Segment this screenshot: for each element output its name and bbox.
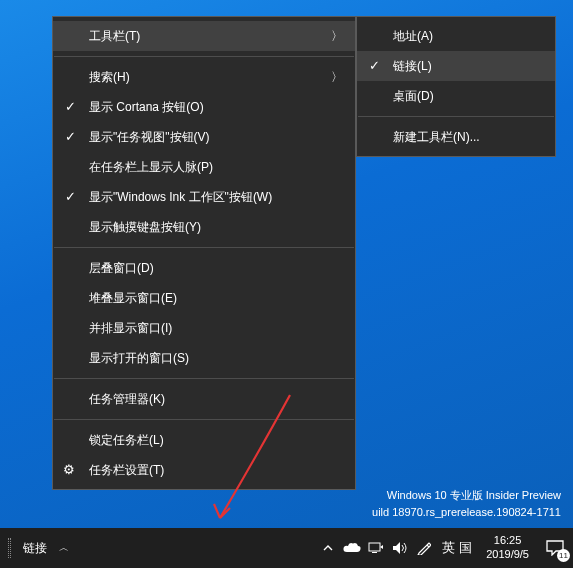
- windows-build-watermark: Windows 10 专业版 Insider Preview uild 1897…: [372, 487, 561, 520]
- check-icon: ✓: [65, 129, 76, 144]
- taskbar[interactable]: 链接 ︿ 英 国 16:25 2019/9/5 11: [0, 528, 573, 568]
- menu-label: 任务栏设置(T): [89, 462, 164, 479]
- menu-label: 堆叠显示窗口(E): [89, 290, 177, 307]
- separator: [54, 378, 354, 379]
- menu-show-desktop[interactable]: 显示打开的窗口(S): [53, 343, 355, 373]
- menu-toolbars[interactable]: 工具栏(T) 〉: [53, 21, 355, 51]
- svg-rect-1: [372, 552, 377, 553]
- menu-search[interactable]: 搜索(H) 〉: [53, 62, 355, 92]
- menu-label: 显示"Windows Ink 工作区"按钮(W): [89, 189, 272, 206]
- menu-label: 在任务栏上显示人脉(P): [89, 159, 213, 176]
- clock-time: 16:25: [494, 534, 522, 548]
- menu-label: 显示 Cortana 按钮(O): [89, 99, 204, 116]
- menu-label: 显示"任务视图"按钮(V): [89, 129, 210, 146]
- menu-show-taskview[interactable]: ✓ 显示"任务视图"按钮(V): [53, 122, 355, 152]
- menu-lock-taskbar[interactable]: 锁定任务栏(L): [53, 425, 355, 455]
- chevron-right-icon: 〉: [331, 28, 343, 45]
- menu-label: 工具栏(T): [89, 28, 140, 45]
- menu-label: 并排显示窗口(I): [89, 320, 172, 337]
- links-toolbar-label[interactable]: 链接: [19, 540, 51, 557]
- system-tray: 英 国 16:25 2019/9/5 11: [316, 528, 573, 568]
- menu-label: 新建工具栏(N)...: [393, 129, 480, 146]
- menu-label: 搜索(H): [89, 69, 130, 86]
- menu-show-people[interactable]: 在任务栏上显示人脉(P): [53, 152, 355, 182]
- menu-show-cortana[interactable]: ✓ 显示 Cortana 按钮(O): [53, 92, 355, 122]
- notification-badge: 11: [557, 549, 570, 562]
- menu-taskbar-settings[interactable]: ⚙ 任务栏设置(T): [53, 455, 355, 485]
- menu-label: 显示打开的窗口(S): [89, 350, 189, 367]
- volume-icon[interactable]: [388, 528, 412, 568]
- tray-overflow-icon[interactable]: [316, 528, 340, 568]
- taskbar-left: 链接 ︿: [0, 538, 172, 558]
- check-icon: ✓: [369, 58, 380, 73]
- menu-label: 层叠窗口(D): [89, 260, 154, 277]
- submenu-new-toolbar[interactable]: 新建工具栏(N)...: [357, 122, 555, 152]
- check-icon: ✓: [65, 189, 76, 204]
- submenu-links[interactable]: ✓ 链接(L): [357, 51, 555, 81]
- menu-label: 桌面(D): [393, 88, 434, 105]
- separator: [54, 247, 354, 248]
- menu-label: 任务管理器(K): [89, 391, 165, 408]
- menu-cascade[interactable]: 层叠窗口(D): [53, 253, 355, 283]
- menu-sidebyside[interactable]: 并排显示窗口(I): [53, 313, 355, 343]
- menu-label: 锁定任务栏(L): [89, 432, 164, 449]
- menu-show-ink[interactable]: ✓ 显示"Windows Ink 工作区"按钮(W): [53, 182, 355, 212]
- separator: [358, 116, 554, 117]
- separator: [54, 419, 354, 420]
- taskbar-context-menu: 工具栏(T) 〉 搜索(H) 〉 ✓ 显示 Cortana 按钮(O) ✓ 显示…: [52, 16, 356, 490]
- ime-lang: 英: [442, 539, 455, 557]
- svg-rect-0: [369, 543, 380, 551]
- clock-date: 2019/9/5: [486, 548, 529, 562]
- onedrive-icon[interactable]: [340, 528, 364, 568]
- chevron-right-icon: 〉: [331, 69, 343, 86]
- menu-stacked[interactable]: 堆叠显示窗口(E): [53, 283, 355, 313]
- submenu-desktop[interactable]: 桌面(D): [357, 81, 555, 111]
- gear-icon: ⚙: [63, 462, 75, 477]
- submenu-address[interactable]: 地址(A): [357, 21, 555, 51]
- toolbars-submenu: 地址(A) ✓ 链接(L) 桌面(D) 新建工具栏(N)...: [356, 16, 556, 157]
- menu-show-touchkbd[interactable]: 显示触摸键盘按钮(Y): [53, 212, 355, 242]
- menu-label: 地址(A): [393, 28, 433, 45]
- toolbar-grip-icon[interactable]: [8, 538, 11, 558]
- network-icon[interactable]: [364, 528, 388, 568]
- clock[interactable]: 16:25 2019/9/5: [478, 534, 537, 562]
- ime-indicator[interactable]: 英 国: [436, 539, 478, 557]
- chevron-up-icon[interactable]: ︿: [53, 541, 75, 555]
- separator: [54, 56, 354, 57]
- menu-label: 显示触摸键盘按钮(Y): [89, 219, 201, 236]
- menu-label: 链接(L): [393, 58, 432, 75]
- action-center-icon[interactable]: 11: [537, 528, 573, 568]
- ime-mode: 国: [459, 539, 472, 557]
- ink-workspace-icon[interactable]: [412, 528, 436, 568]
- menu-taskmgr[interactable]: 任务管理器(K): [53, 384, 355, 414]
- check-icon: ✓: [65, 99, 76, 114]
